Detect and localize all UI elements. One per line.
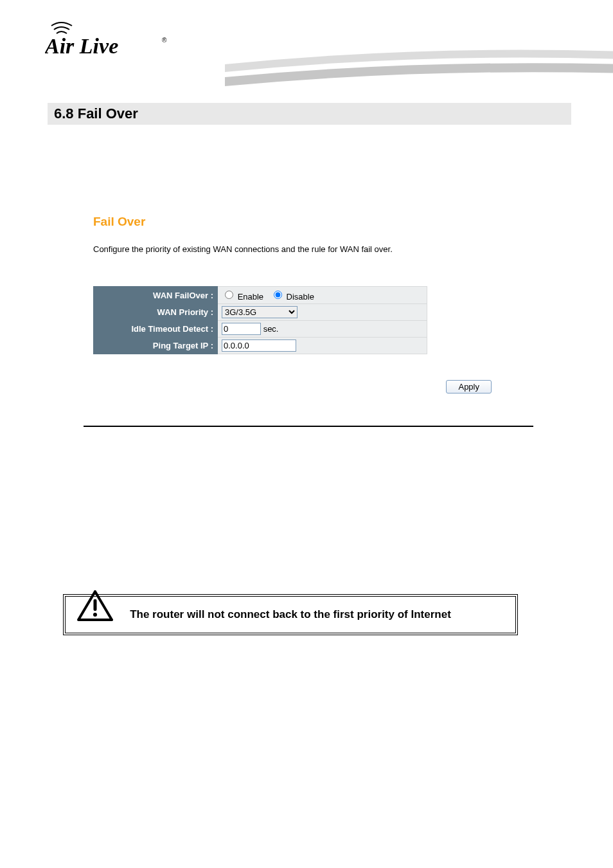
section-divider: [84, 426, 533, 427]
page-header: Air Live ®: [0, 0, 613, 77]
input-ping-target[interactable]: [222, 339, 296, 352]
row-ping-target: Ping Target IP :: [94, 338, 427, 354]
section-heading: 6.8 Fail Over: [48, 103, 571, 125]
warning-text: The router will not connect back to the …: [63, 594, 518, 635]
input-idle-timeout[interactable]: [222, 323, 261, 335]
label-wan-priority: WAN Priority :: [94, 304, 218, 321]
row-wan-failover: WAN FailOver : Enable Disable: [94, 287, 427, 304]
label-idle-timeout: Idle Timeout Detect :: [94, 321, 218, 338]
panel-description: Configure the priority of existing WAN c…: [93, 244, 543, 254]
radio-disable-label: Disable: [287, 292, 314, 302]
label-wan-failover: WAN FailOver :: [94, 287, 218, 304]
unit-sec: sec.: [263, 324, 279, 334]
svg-rect-2: [94, 599, 97, 611]
svg-text:Air Live: Air Live: [45, 34, 118, 58]
svg-text:®: ®: [162, 37, 167, 44]
label-ping-target: Ping Target IP :: [94, 338, 218, 354]
row-idle-timeout: Idle Timeout Detect : sec.: [94, 321, 427, 338]
radio-enable[interactable]: [225, 291, 233, 299]
header-swoosh: [225, 45, 613, 96]
radio-enable-label: Enable: [238, 292, 263, 302]
config-table: WAN FailOver : Enable Disable WAN Priori…: [93, 286, 427, 354]
row-wan-priority: WAN Priority : 3G/3.5G: [94, 304, 427, 321]
warning-block: The router will not connect back to the …: [64, 594, 514, 635]
failover-panel: Fail Over Configure the priority of exis…: [93, 215, 543, 393]
panel-title: Fail Over: [93, 215, 543, 229]
apply-button[interactable]: Apply: [446, 380, 492, 393]
radio-disable[interactable]: [274, 291, 282, 299]
brand-logo: Air Live ®: [45, 18, 173, 66]
svg-point-3: [93, 613, 97, 617]
select-wan-priority[interactable]: 3G/3.5G: [222, 306, 298, 318]
alert-icon: [77, 590, 113, 625]
